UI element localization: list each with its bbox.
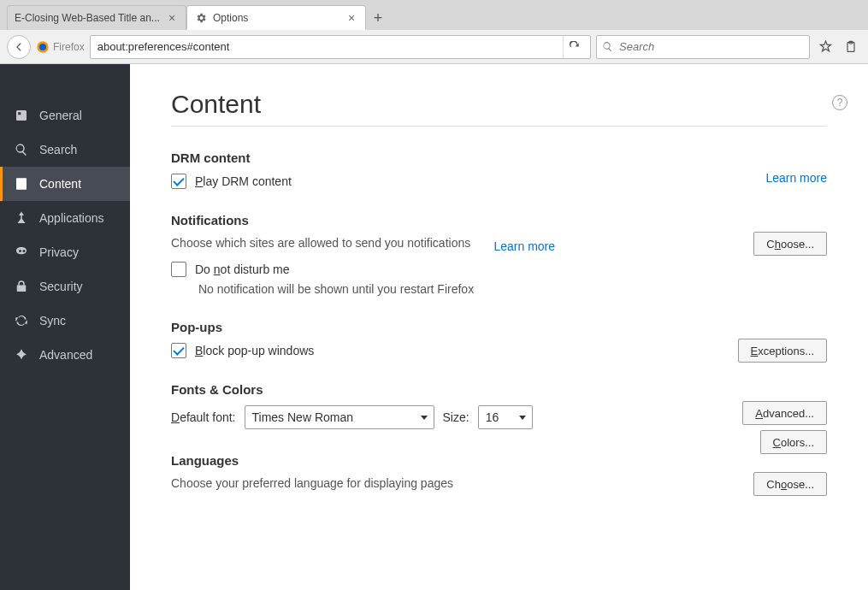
advanced-icon: [14, 347, 29, 363]
default-font-value: Times New Roman: [252, 410, 354, 424]
play-drm-label: Play DRM content: [195, 174, 292, 188]
svg-rect-4: [16, 110, 27, 121]
tab-title: E-Closing Web-Based Title an...: [15, 12, 165, 24]
fonts-advanced-button[interactable]: Advanced...: [742, 401, 827, 425]
sidebar-item-general[interactable]: General: [0, 98, 130, 133]
sidebar-item-security[interactable]: Security: [0, 269, 130, 304]
section-languages: Languages Choose your preferred language…: [171, 453, 827, 497]
default-font-label: Default font:: [171, 410, 236, 424]
back-button[interactable]: [7, 35, 31, 59]
section-popups: Pop-ups Block pop-up windows Exceptions.…: [171, 320, 827, 358]
section-drm: DRM content Play DRM content Learn more: [171, 150, 827, 189]
gear-icon: [194, 11, 208, 25]
sync-icon: [14, 313, 29, 328]
divider: [171, 126, 827, 127]
font-size-select[interactable]: 16: [478, 405, 533, 429]
content-icon: [14, 176, 29, 192]
notifications-choose-button[interactable]: Choose...: [753, 232, 827, 256]
languages-choose-button[interactable]: Choose...: [753, 472, 827, 496]
tab-bar: E-Closing Web-Based Title an... × Option…: [0, 0, 868, 30]
clipboard-button[interactable]: [841, 37, 861, 57]
notifications-desc: Choose which sites are allowed to send y…: [171, 236, 470, 250]
sidebar-item-privacy[interactable]: Privacy: [0, 235, 130, 269]
play-drm-checkbox[interactable]: [171, 174, 186, 189]
search-input[interactable]: [617, 39, 804, 54]
search-icon: [602, 41, 613, 52]
help-button[interactable]: ?: [832, 95, 847, 110]
sidebar-item-search[interactable]: Search: [0, 133, 130, 167]
fonts-colors-button[interactable]: Colors...: [760, 430, 827, 454]
do-not-disturb-checkbox[interactable]: [171, 262, 186, 277]
section-heading: Pop-ups: [171, 320, 827, 334]
block-popups-label: Block pop-up windows: [195, 344, 314, 357]
sidebar-label: Advanced: [39, 348, 92, 362]
section-notifications: Notifications Choose which sites are all…: [171, 213, 827, 296]
page-title: Content: [171, 90, 827, 119]
firefox-icon: [36, 40, 50, 54]
sidebar-item-applications[interactable]: Applications: [0, 201, 130, 235]
drm-learn-more-link[interactable]: Learn more: [765, 171, 827, 185]
close-icon[interactable]: ×: [165, 11, 179, 25]
search-bar[interactable]: [596, 35, 810, 59]
sidebar-item-advanced[interactable]: Advanced: [0, 338, 130, 372]
size-label: Size:: [443, 410, 469, 424]
section-heading: DRM content: [171, 150, 827, 165]
url-input[interactable]: [96, 39, 559, 54]
svg-rect-5: [18, 112, 21, 115]
section-heading: Languages: [171, 453, 827, 468]
reload-button[interactable]: [563, 36, 585, 58]
search-icon: [14, 142, 29, 157]
new-tab-button[interactable]: +: [366, 6, 390, 30]
sidebar-label: Privacy: [39, 245, 79, 259]
tab-title: Options: [213, 12, 345, 24]
general-icon: [14, 108, 29, 123]
applications-icon: [14, 210, 29, 226]
sidebar-label: General: [39, 109, 82, 122]
sidebar-label: Applications: [39, 211, 104, 225]
tab-eclosing[interactable]: E-Closing Web-Based Title an... ×: [7, 5, 186, 30]
content-pane: Content ? DRM content Play DRM content L…: [130, 64, 868, 590]
sidebar-label: Security: [39, 280, 83, 293]
close-icon[interactable]: ×: [345, 11, 358, 25]
sidebar-item-sync[interactable]: Sync: [0, 304, 130, 338]
workspace: General Search Content Applications Priv…: [0, 64, 868, 590]
sidebar-label: Sync: [39, 314, 66, 327]
font-size-value: 16: [486, 410, 499, 424]
tab-options[interactable]: Options ×: [186, 5, 366, 30]
default-font-select[interactable]: Times New Roman: [245, 405, 434, 429]
notifications-learn-more-link[interactable]: Learn more: [493, 239, 555, 253]
bookmark-star-button[interactable]: [815, 37, 836, 57]
section-heading: Notifications: [171, 213, 827, 227]
preferences-sidebar: General Search Content Applications Priv…: [0, 64, 130, 590]
languages-desc: Choose your preferred language for displ…: [171, 476, 453, 490]
privacy-icon: [14, 245, 29, 260]
sidebar-item-content[interactable]: Content: [0, 167, 130, 201]
block-popups-checkbox[interactable]: [171, 343, 186, 358]
section-fonts: Fonts & Colors Default font: Times New R…: [171, 382, 827, 429]
popups-exceptions-button[interactable]: Exceptions...: [738, 339, 827, 363]
brand-label: Firefox: [53, 41, 85, 53]
do-not-disturb-label: Do not disturb me: [195, 263, 290, 276]
section-heading: Fonts & Colors: [171, 382, 827, 397]
lock-icon: [14, 279, 29, 294]
dnd-note: No notification will be shown until you …: [198, 282, 827, 296]
sidebar-label: Search: [39, 143, 77, 156]
identity-box[interactable]: Firefox: [36, 40, 85, 54]
svg-point-1: [39, 44, 46, 50]
sidebar-label: Content: [39, 177, 81, 191]
nav-bar: Firefox: [0, 30, 868, 64]
url-bar[interactable]: [90, 35, 591, 59]
